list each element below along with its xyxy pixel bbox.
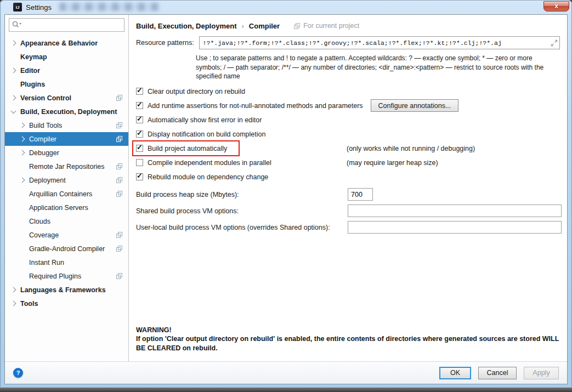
breadcrumb-separator: › (241, 22, 243, 30)
breadcrumb-current: Compiler (249, 22, 280, 30)
sidebar-item-instant-run[interactable]: Instant Run (5, 255, 128, 269)
checkbox-label: Clear output directory on rebuild (148, 88, 245, 95)
sidebar-item-label: Build, Execution, Deployment (20, 108, 117, 116)
checkbox-label: Add runtime assertions for not-null-anno… (148, 102, 363, 110)
sidebar-item-label: Deployment (29, 177, 66, 184)
cancel-button[interactable]: Cancel (478, 367, 517, 379)
compiler-settings-pane: Build, Execution, Deployment › Compiler … (129, 15, 567, 361)
option-row-add-runtime-assertions-for-not-null-annotated-methods-and-parameters: Add runtime assertions for not-null-anno… (136, 99, 560, 113)
build-process-heap-size-mbytes-input[interactable] (348, 188, 373, 201)
compiler-options-list: Clear output directory on rebuild Add ru… (136, 84, 560, 184)
sidebar-item-label: Tools (20, 300, 38, 308)
resource-patterns-label: Resource patterns: (136, 39, 194, 47)
sidebar-item-deployment[interactable]: Deployment (5, 173, 128, 187)
field-label: User-local build process VM options (ove… (136, 224, 330, 231)
sidebar-item-languages-frameworks[interactable]: Languages & Frameworks (5, 283, 128, 297)
sidebar-item-remote-jar-repositories[interactable]: Remote Jar Repositories (5, 160, 128, 173)
sidebar-item-clouds[interactable]: Clouds (5, 214, 128, 228)
close-button[interactable]: x (543, 1, 569, 12)
sidebar-item-application-servers[interactable]: Application Servers (5, 201, 128, 214)
sidebar-item-label: Appearance & Behavior (20, 39, 98, 47)
sidebar-item-label: Compiler (29, 135, 56, 143)
sidebar-item-required-plugins[interactable]: Required Plugins (5, 269, 128, 283)
expand-field-icon[interactable] (551, 39, 558, 49)
resource-patterns-input[interactable] (199, 36, 560, 49)
settings-window: IJ Settings x Appearance & (0, 0, 572, 392)
sidebar-item-gradle-android-compiler[interactable]: Gradle-Android Compiler (5, 242, 128, 255)
checkbox-build-project-automatically[interactable] (136, 145, 143, 152)
sidebar-item-label: Editor (20, 67, 40, 75)
configure-annotations-button[interactable]: Configure annotations... (371, 99, 459, 112)
sidebar-item-arquillian-containers[interactable]: Arquillian Containers (5, 187, 128, 201)
option-hint: (may require larger heap size) (347, 159, 438, 167)
sidebar-item-keymap[interactable]: Keymap (5, 50, 128, 64)
sidebar-item-label: Plugins (20, 81, 45, 88)
option-row-clear-output-directory-on-rebuild: Clear output directory on rebuild (136, 84, 560, 99)
sidebar-item-debugger[interactable]: Debugger (5, 146, 128, 160)
sidebar-item-coverage[interactable]: Coverage (5, 228, 128, 242)
sidebar-item-label: Gradle-Android Compiler (29, 245, 105, 253)
help-icon[interactable]: ? (13, 368, 23, 378)
resource-patterns-help-text: Use ; to separate patterns and ! to nega… (196, 54, 560, 81)
sidebar-item-plugins[interactable]: Plugins (5, 77, 128, 91)
intellij-logo-icon: IJ (13, 3, 22, 12)
redacted-title-text (59, 3, 159, 11)
chevron-right-icon (20, 123, 25, 128)
sidebar-item-tools[interactable]: Tools (5, 297, 128, 310)
shared-settings-icon (116, 136, 122, 142)
sidebar-item-build-execution-deployment[interactable]: Build, Execution, Deployment (5, 105, 128, 118)
chevron-right-icon (11, 287, 16, 293)
dialog-footer: ? OK Cancel Apply (5, 361, 567, 384)
window-bottom-edge (0, 387, 572, 392)
checkbox-label: Build project automatically (148, 145, 227, 152)
shared-settings-icon (116, 95, 122, 101)
option-row-build-project-automatically: Build project automatically (only works … (136, 141, 560, 156)
checkbox-display-notification-on-build-completion[interactable] (136, 130, 143, 138)
sidebar-item-editor[interactable]: Editor (5, 64, 128, 77)
apply-button[interactable]: Apply (524, 367, 559, 379)
settings-dialog: Appearance & Behavior Keymap Editor Plug… (4, 14, 568, 384)
build-process-fields: Build process heap size (Mbytes): Shared… (136, 186, 560, 236)
sidebar-item-appearance-behavior[interactable]: Appearance & Behavior (5, 36, 128, 50)
shared-settings-icon (116, 177, 122, 183)
user-local-build-process-vm-options-overrides-shared-options-input[interactable] (348, 221, 562, 234)
resource-patterns-row: Resource patterns: (136, 36, 560, 49)
settings-sidebar: Appearance & Behavior Keymap Editor Plug… (5, 15, 129, 361)
shared-settings-icon (116, 232, 122, 238)
checkbox-automatically-show-first-error-in-editor[interactable] (136, 116, 143, 123)
option-hint: (only works while not running / debuggin… (347, 145, 475, 152)
shared-settings-icon (116, 163, 122, 169)
search-input[interactable] (9, 18, 124, 32)
field-row-build-process-heap-size-mbytes: Build process heap size (Mbytes): (136, 186, 560, 203)
search-box (9, 18, 124, 32)
chevron-right-icon (20, 137, 25, 142)
sidebar-item-version-control[interactable]: Version Control (5, 91, 128, 105)
sidebar-item-label: Keymap (20, 53, 47, 61)
shared-settings-icon (294, 23, 300, 29)
checkbox-add-runtime-assertions-for-not-null-annotated-methods-and-parameters[interactable] (136, 102, 143, 109)
sidebar-item-label: Coverage (29, 231, 59, 239)
checkbox-rebuild-module-on-dependency-change[interactable] (136, 173, 143, 180)
shared-build-process-vm-options-input[interactable] (348, 204, 562, 217)
option-row-compile-independent-modules-in-parallel: Compile independent modules in parallel … (136, 156, 560, 170)
checkbox-label: Automatically show first error in editor (148, 116, 262, 124)
chevron-down-icon (11, 108, 16, 113)
sidebar-item-label: Arquillian Containers (29, 190, 92, 198)
breadcrumb-parent[interactable]: Build, Execution, Deployment (136, 22, 236, 30)
checkbox-clear-output-directory-on-rebuild[interactable] (136, 88, 143, 95)
sidebar-item-label: Debugger (29, 149, 59, 157)
checkbox-compile-independent-modules-in-parallel[interactable] (136, 159, 143, 166)
window-title: Settings (26, 3, 52, 12)
checkbox-label: Display notification on build completion (148, 130, 265, 138)
sidebar-item-label: Required Plugins (29, 272, 81, 280)
shared-settings-icon (116, 273, 122, 279)
scope-indicator: For current project (294, 22, 359, 30)
search-icon[interactable] (12, 21, 22, 31)
checkbox-label: Compile independent modules in parallel (148, 159, 271, 167)
option-row-display-notification-on-build-completion: Display notification on build completion (136, 127, 560, 141)
ok-button[interactable]: OK (439, 367, 471, 379)
sidebar-item-build-tools[interactable]: Build Tools (5, 118, 128, 132)
chevron-right-icon (11, 68, 16, 73)
sidebar-item-compiler[interactable]: Compiler (5, 132, 128, 146)
checkbox-label: Rebuild module on dependency change (148, 173, 268, 181)
